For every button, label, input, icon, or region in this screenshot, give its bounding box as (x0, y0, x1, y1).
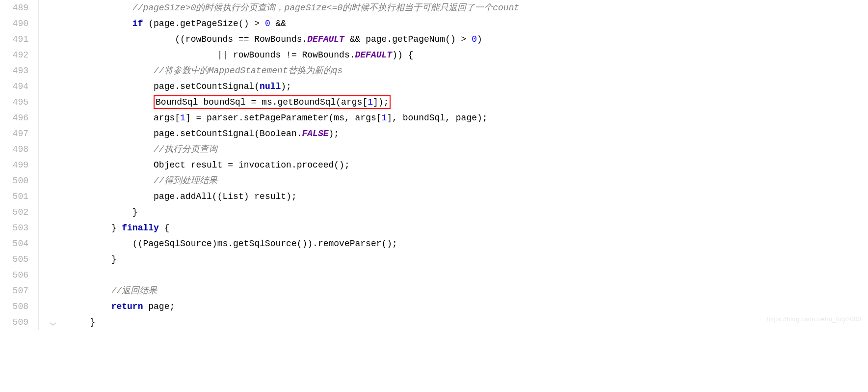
line-number: 507 (9, 283, 28, 299)
line-number: 492 (9, 47, 28, 63)
code-line[interactable]: //得到处理结果 (48, 173, 519, 189)
token-plain: ); (281, 82, 291, 91)
token-plain: ); (329, 129, 340, 139)
code-line[interactable]: page.setCountSignal(Boolean.FALSE); (48, 126, 519, 141)
token-plain: ] = parser.setPageParameter(ms, args[ (185, 113, 382, 123)
token-plain: { (159, 223, 170, 233)
token-keyword: if (132, 19, 143, 28)
line-number: 501 (9, 189, 28, 204)
token-plain: ]); (373, 97, 389, 107)
line-number: 500 (9, 173, 28, 189)
token-plain: ], boundSql, page); (387, 113, 487, 123)
code-line[interactable]: page.setCountSignal(null); (48, 79, 519, 94)
watermark: https://blog.csdn.net/u_hcy2000 (766, 311, 861, 327)
code-line[interactable]: page.addAll((List) result); (48, 189, 519, 204)
code-line[interactable]: return page; (48, 299, 519, 314)
token-plain: && (270, 19, 286, 28)
token-number: 1 (368, 97, 373, 107)
highlight-box: BoundSql boundSql = ms.getBoundSql(args[… (154, 95, 391, 109)
token-plain: } (90, 317, 95, 327)
token-comment: //将参数中的MappedStatement替换为新的qs (154, 66, 342, 76)
code-line[interactable]: ((PageSqlSource)ms.getSqlSource()).remov… (48, 236, 519, 252)
token-comment: //得到处理结果 (154, 176, 217, 186)
token-plain: )) { (392, 50, 413, 60)
token-number: 1 (180, 113, 185, 123)
code-line[interactable]: } (48, 314, 519, 330)
line-number: 504 (9, 236, 28, 252)
line-number: 505 (9, 252, 28, 267)
token-number: 1 (382, 113, 387, 123)
token-plain: ((PageSqlSource)ms.getSqlSource()).remov… (132, 239, 397, 249)
line-number: 489 (9, 0, 28, 16)
token-plain: page.setCountSignal( (154, 82, 260, 91)
token-plain: page.addAll((List) result); (154, 192, 297, 201)
token-plain: } (132, 207, 138, 217)
line-number: 499 (9, 157, 28, 173)
token-plain: } (111, 223, 122, 233)
token-comment: //返回结果 (111, 286, 158, 296)
token-keyword: null (260, 82, 281, 91)
line-number: 494 (9, 79, 28, 94)
fold-icon[interactable] (49, 321, 57, 326)
token-plain: page; (143, 302, 175, 311)
token-plain: BoundSql boundSql = ms.getBoundSql(args[ (156, 97, 368, 107)
token-comment: //执行分页查询 (154, 144, 217, 154)
token-constant: FALSE (302, 129, 329, 139)
token-number: 0 (472, 34, 477, 44)
line-number: 496 (9, 110, 28, 126)
code-line[interactable]: } (48, 204, 519, 220)
line-number: 502 (9, 204, 28, 220)
token-plain: args[ (154, 113, 180, 123)
token-plain: ((rowBounds == RowBounds. (175, 34, 307, 44)
token-plain: page.setCountSignal(Boolean. (154, 129, 302, 139)
line-number: 498 (9, 141, 28, 157)
line-number: 508 (9, 299, 28, 314)
line-number: 509 (9, 314, 28, 330)
token-constant: DEFAULT (307, 34, 344, 44)
code-line[interactable]: ((rowBounds == RowBounds.DEFAULT && page… (48, 31, 519, 47)
code-line[interactable]: Object result = invocation.proceed(); (48, 157, 519, 173)
token-comment: //pageSize>0的时候执行分页查询，pageSize<=0的时候不执行相… (132, 3, 519, 13)
line-number: 497 (9, 126, 28, 141)
token-plain: || rowBounds != RowBounds. (217, 50, 355, 60)
line-number: 491 (9, 31, 28, 47)
line-number: 493 (9, 63, 28, 79)
code-line[interactable]: //返回结果 (48, 283, 519, 299)
code-line[interactable]: //执行分页查询 (48, 141, 519, 157)
code-line[interactable]: } finally { (48, 220, 519, 236)
token-plain: && page.getPageNum() > (344, 34, 472, 44)
line-number: 490 (9, 16, 28, 31)
code-line[interactable]: if (page.getPageSize() > 0 && (48, 16, 519, 31)
token-plain: Object result = invocation.proceed(); (154, 160, 350, 170)
token-number: 0 (265, 19, 270, 28)
code-area[interactable]: //pageSize>0的时候执行分页查询，pageSize<=0的时候不执行相… (39, 0, 519, 330)
token-keyword: return (111, 302, 143, 311)
token-plain: (page.getPageSize() > (143, 19, 264, 28)
code-line[interactable]: //pageSize>0的时候执行分页查询，pageSize<=0的时候不执行相… (48, 0, 519, 16)
code-line[interactable]: args[1] = parser.setPageParameter(ms, ar… (48, 110, 519, 126)
line-number: 503 (9, 220, 28, 236)
code-line[interactable]: } (48, 252, 519, 267)
line-number-gutter: 4894904914924934944954964974984995005015… (0, 0, 38, 330)
code-line[interactable]: || rowBounds != RowBounds.DEFAULT)) { (48, 47, 519, 63)
token-constant: DEFAULT (355, 50, 393, 60)
line-number: 495 (9, 94, 28, 110)
code-line[interactable]: //将参数中的MappedStatement替换为新的qs (48, 63, 519, 79)
token-plain: ) (477, 34, 482, 44)
token-plain: } (111, 254, 117, 264)
code-line[interactable] (48, 267, 519, 283)
token-keyword: finally (122, 223, 159, 233)
line-number: 506 (9, 267, 28, 283)
code-line[interactable]: BoundSql boundSql = ms.getBoundSql(args[… (48, 94, 519, 110)
